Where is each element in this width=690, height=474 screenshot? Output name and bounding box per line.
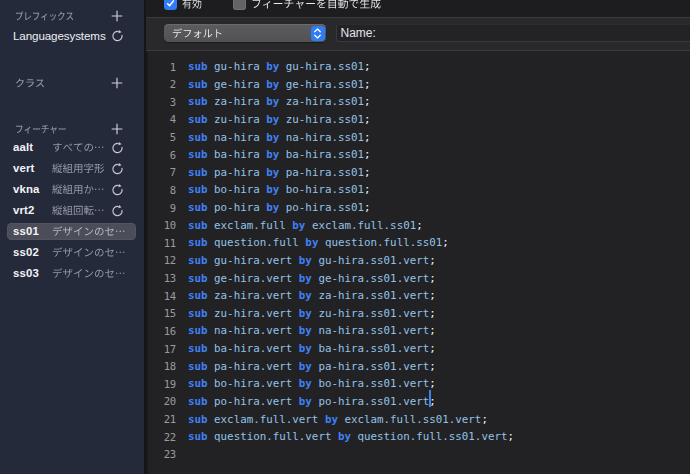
sidebar-item-feature-vrt2[interactable]: vrt2 [0,200,144,221]
code-glyph-name: pa-hira.vert [208,360,299,373]
auto-update-button[interactable] [109,202,126,219]
feature-tag: ss01 [13,221,39,242]
code-punctuation: ; [364,148,371,161]
code-keyword: sub [188,430,208,443]
plus-icon [111,77,123,89]
line-number: 5 [148,131,176,143]
auto-update-button[interactable] [109,181,126,198]
refresh-icon [111,141,124,154]
feature-toolbar [146,0,690,17]
line-number: 22 [148,431,176,443]
code-punctuation: ; [429,272,436,285]
auto-update-button[interactable] [109,27,126,44]
code-line-text: sub bo-hira by bo-hira.ss01; [188,183,371,196]
line-number: 7 [148,166,176,178]
add-class-button[interactable] [108,75,126,92]
name-field-label: Name: [341,26,376,40]
code-glyph-name: ge-hira.vert [208,272,299,285]
sidebar-item-feature-ss03[interactable]: ss03 [0,263,144,284]
code-punctuation: ; [429,307,436,320]
line-number: 18 [148,360,176,372]
code-line: 7sub pa-hira by pa-hira.ss01; [148,164,690,182]
feature-description [52,242,126,263]
code-line: 19sub bo-hira.vert by bo-hira.ss01.vert; [148,375,690,393]
code-glyph-name: na-hira [208,131,267,144]
code-line: 10sub exclam.full by exclam.full.ss01; [148,216,690,234]
code-punctuation: ; [481,413,488,426]
code-line: 18sub pa-hira.vert by pa-hira.ss01.vert; [148,357,690,375]
line-number: 10 [148,219,176,231]
code-keyword: sub [188,236,208,249]
code-punctuation: ; [429,254,436,267]
code-line: 14sub za-hira.vert by za-hira.ss01.vert; [148,287,690,305]
auto-update-button[interactable] [109,160,126,177]
sidebar-item-feature-aalt[interactable]: aalt [0,137,144,158]
language-select[interactable] [164,24,326,42]
class-section-title [15,78,45,88]
code-line: 6sub ba-hira by ba-hira.ss01; [148,146,690,164]
code-keyword: sub [188,342,208,355]
code-keyword: by [266,166,279,179]
code-keyword: sub [188,219,208,232]
code-line: 5sub na-hira by na-hira.ss01; [148,128,690,146]
code-keyword: sub [188,360,208,373]
code-keyword: sub [188,254,208,267]
code-glyph-name: pa-hira.ss01 [279,166,364,179]
code-line-text: sub ba-hira by ba-hira.ss01; [188,148,371,161]
code-punctuation: ; [429,289,436,302]
auto-update-button[interactable] [109,139,126,156]
enabled-checkbox[interactable] [164,0,177,10]
code-line-text: sub gu-hira.vert by gu-hira.ss01.vert; [188,254,436,267]
jp-text-glyphs [52,268,126,279]
code-line: 22sub question.full.vert by question.ful… [148,428,690,446]
code-line-text: sub za-hira by za-hira.ss01; [188,95,371,108]
code-glyph-name: po-hira.ss01.vert [312,395,429,408]
code-keyword: sub [188,183,208,196]
code-line-text: sub ba-hira.vert by ba-hira.ss01.vert; [188,342,436,355]
sidebar-item-feature-ss01[interactable]: ss01 [0,221,144,242]
code-line-text: sub ge-hira.vert by ge-hira.ss01.vert; [188,272,436,285]
code-punctuation: ; [364,78,371,91]
feature-code-editor[interactable]: 1sub gu-hira by gu-hira.ss01;2sub ge-hir… [146,51,690,474]
sidebar-item-feature-ss02[interactable]: ss02 [0,242,144,263]
add-prefix-button[interactable] [108,8,126,25]
checkmark-icon [166,0,175,8]
add-feature-button[interactable] [108,121,126,138]
code-glyph-name: po-hira.vert [208,395,299,408]
code-punctuation: ; [507,430,514,443]
code-keyword: sub [188,377,208,390]
code-keyword: by [305,236,318,249]
feature-description [52,221,126,242]
auto-generate-checkbox-label[interactable] [251,0,381,9]
code-punctuation: ; [429,360,436,373]
code-glyph-name: exclam.full.ss01.vert [338,413,481,426]
line-number: 13 [148,272,176,284]
code-keyword: sub [188,307,208,320]
auto-generate-checkbox[interactable] [233,0,246,10]
code-line-text: sub zu-hira by zu-hira.ss01; [188,113,371,126]
code-glyph-name: za-hira.vert [208,289,299,302]
code-glyph-name: bo-hira.ss01 [279,183,364,196]
name-field[interactable]: Name: [336,24,690,42]
jp-text-glyphs [52,247,126,258]
code-glyph-name: ba-hira.vert [208,342,299,355]
feature-description [52,200,105,221]
code-punctuation: ; [364,131,371,144]
feature-tag: vkna [13,179,40,200]
code-line-text: sub za-hira.vert by za-hira.ss01.vert; [188,289,436,302]
code-glyph-name: po-hira.ss01 [279,201,364,214]
code-glyph-name: ge-hira.ss01.vert [312,272,429,285]
code-keyword: sub [188,113,208,126]
code-line: 9sub po-hira by po-hira.ss01; [148,199,690,217]
code-punctuation: ; [429,324,436,337]
sidebar-item-feature-vert[interactable]: vert [0,158,144,179]
code-line-text: sub po-hira by po-hira.ss01; [188,201,371,214]
code-glyph-name: question.full.vert [208,430,338,443]
line-number: 21 [148,413,176,425]
sidebar-item-feature-vkna[interactable]: vkna [0,179,144,200]
sidebar-item-languagesystems[interactable]: Languagesystems [0,25,144,46]
enabled-checkbox-label[interactable] [182,0,202,9]
code-glyph-name: exclam.full.vert [208,413,325,426]
code-glyph-name: gu-hira [208,60,267,73]
line-number: 16 [148,325,176,337]
